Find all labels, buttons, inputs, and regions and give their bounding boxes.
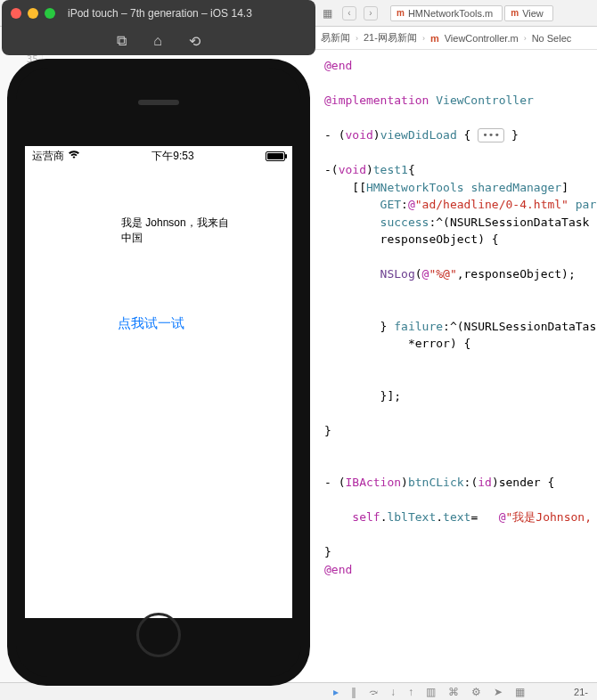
code-token: ] bbox=[561, 181, 568, 194]
code-token: } bbox=[511, 128, 519, 142]
memory-graph-icon[interactable]: ⌘ bbox=[448, 686, 459, 698]
code-token: IBAction bbox=[345, 476, 401, 489]
code-token: ) bbox=[366, 163, 373, 176]
breadcrumb-segment[interactable]: No Selec bbox=[532, 33, 572, 44]
editor-tab-2[interactable]: m View bbox=[504, 5, 553, 21]
continue-icon[interactable]: ▸ bbox=[333, 686, 339, 698]
code-token: } bbox=[324, 424, 331, 437]
code-token: )sender { bbox=[492, 476, 554, 489]
close-icon[interactable] bbox=[11, 8, 21, 19]
simulator-title: iPod touch – 7th generation – iOS 14.3 bbox=[68, 7, 252, 20]
home-icon[interactable]: ⌂ bbox=[153, 33, 162, 49]
pause-icon[interactable]: ‖ bbox=[351, 686, 356, 698]
objc-m-icon: m bbox=[397, 8, 405, 18]
breadcrumb-segment[interactable]: ViewController.m bbox=[445, 33, 519, 44]
grid-icon[interactable]: ▦ bbox=[515, 686, 525, 698]
simulator-window: iPod touch – 7th generation – iOS 14.3 ⧉… bbox=[2, 0, 315, 690]
tab-strip: m HMNetworkTools.m m View bbox=[390, 5, 553, 21]
minimize-icon[interactable] bbox=[28, 8, 38, 19]
code-token: sharedManager bbox=[470, 181, 561, 194]
code-token: : bbox=[401, 198, 408, 211]
code-token: { bbox=[457, 128, 471, 142]
code-token: ) bbox=[373, 128, 380, 142]
device-screen[interactable]: 运营商 下午9:53 我是 Johnson，我来自中国 点我试一试 bbox=[25, 146, 292, 618]
code-token: @end bbox=[324, 59, 352, 72]
code-token: viewDidLoad bbox=[380, 128, 457, 142]
code-token: ,responseObject); bbox=[457, 267, 576, 281]
code-token: *error) { bbox=[324, 337, 470, 350]
code-token: ( bbox=[415, 267, 422, 281]
code-token: @ bbox=[499, 510, 506, 524]
step-out-icon[interactable]: ↑ bbox=[408, 686, 413, 698]
code-token: :^(NSURLSessionDataTask *ta bbox=[429, 216, 597, 229]
objc-m-icon: m bbox=[511, 8, 519, 18]
breadcrumb-segment[interactable]: 易新闻 bbox=[321, 31, 350, 45]
code-token: @implementation bbox=[324, 94, 429, 107]
zoom-icon[interactable] bbox=[45, 8, 55, 19]
debug-breadcrumb[interactable]: 21- bbox=[574, 687, 588, 697]
simulator-titlebar[interactable]: iPod touch – 7th generation – iOS 14.3 bbox=[2, 0, 315, 27]
code-token: . bbox=[436, 510, 443, 524]
objc-m-icon: m bbox=[430, 33, 439, 44]
earpiece-icon bbox=[138, 100, 179, 105]
tab-label: View bbox=[522, 8, 544, 19]
chevron-right-icon: › bbox=[356, 34, 358, 43]
breadcrumb-segment[interactable]: 21-网易新闻 bbox=[364, 31, 417, 45]
traffic-lights bbox=[11, 8, 55, 19]
debug-view-icon[interactable]: ▥ bbox=[426, 686, 436, 698]
rotate-icon[interactable]: ⟲ bbox=[189, 33, 200, 50]
code-token: } bbox=[324, 545, 331, 558]
simulator-toolbar: ⧉ ⌂ ⟲ bbox=[2, 27, 315, 55]
code-token: @end bbox=[324, 563, 352, 576]
code-token: = bbox=[470, 510, 498, 524]
code-token: success bbox=[324, 216, 429, 229]
step-over-icon[interactable]: ⤼ bbox=[369, 686, 378, 698]
nav-back-button[interactable]: ‹ bbox=[342, 6, 356, 20]
chevron-right-icon: › bbox=[524, 34, 527, 43]
code-token: :^(NSURLSessionDataTask * bbox=[443, 320, 597, 333]
home-button[interactable] bbox=[136, 613, 181, 657]
status-bar: 运营商 下午9:53 bbox=[25, 146, 292, 166]
fold-ellipsis-icon[interactable]: ••• bbox=[478, 128, 504, 142]
code-token: @ bbox=[408, 198, 415, 211]
app-text-label: 我是 Johnson，我来自中国 bbox=[121, 216, 237, 246]
code-token: parame bbox=[568, 198, 597, 211]
chevron-right-icon: › bbox=[422, 34, 425, 43]
screenshot-icon[interactable]: ⧉ bbox=[117, 33, 127, 49]
device-bezel: 运营商 下午9:53 我是 Johnson，我来自中国 点我试一试 bbox=[7, 59, 310, 686]
code-token: self bbox=[324, 510, 380, 524]
code-token: - ( bbox=[324, 476, 345, 489]
code-token: :( bbox=[464, 476, 478, 489]
code-token: "ad/headline/0-4.html" bbox=[415, 198, 568, 211]
wifi-icon bbox=[68, 150, 80, 162]
editor-tab-1[interactable]: m HMNetworkTools.m bbox=[390, 5, 503, 21]
code-editor[interactable]: @end @implementation ViewController - (v… bbox=[319, 50, 597, 682]
code-token: HMNetworkTools bbox=[366, 181, 464, 194]
code-token: { bbox=[408, 163, 415, 176]
code-token: text bbox=[443, 510, 470, 524]
code-token: failure bbox=[394, 320, 443, 333]
code-token: }]; bbox=[324, 389, 401, 403]
battery-icon bbox=[266, 151, 285, 161]
environment-icon[interactable]: ⚙ bbox=[471, 686, 481, 698]
code-token: "%@" bbox=[429, 267, 456, 281]
time-label: 下午9:53 bbox=[151, 149, 193, 164]
code-token: test1 bbox=[373, 163, 408, 176]
location-icon[interactable]: ➤ bbox=[494, 686, 503, 698]
code-token: responseObject) { bbox=[324, 232, 499, 246]
tab-label: HMNetworkTools.m bbox=[408, 8, 493, 19]
code-token: id bbox=[478, 476, 492, 489]
nav-forward-button[interactable]: › bbox=[364, 6, 378, 20]
code-token: } bbox=[324, 320, 394, 333]
code-token: GET bbox=[324, 198, 401, 211]
step-into-icon[interactable]: ↓ bbox=[390, 686, 396, 698]
code-token: -( bbox=[324, 163, 339, 176]
code-token: btnCLick bbox=[408, 476, 464, 489]
code-token: ViewController bbox=[436, 94, 534, 107]
code-token: ) bbox=[401, 476, 408, 489]
carrier-label: 运营商 bbox=[32, 149, 64, 164]
grid-icon[interactable]: ▦ bbox=[319, 5, 335, 21]
try-button[interactable]: 点我试一试 bbox=[118, 315, 184, 332]
code-token: lblText bbox=[387, 510, 436, 524]
code-token: NSLog bbox=[324, 267, 415, 281]
